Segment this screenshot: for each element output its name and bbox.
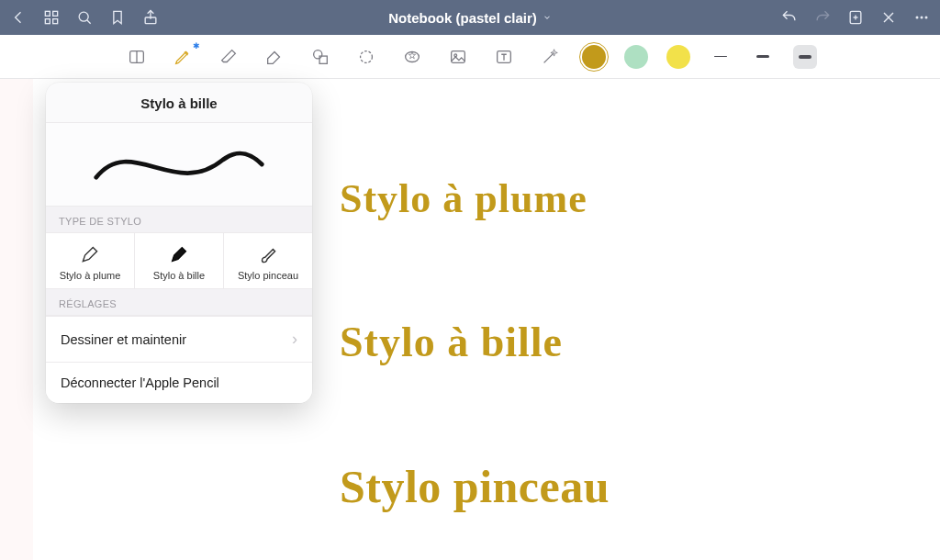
color-swatch-3[interactable] bbox=[666, 45, 690, 69]
canvas[interactable]: Stylo à plume Stylo à bille Stylo pincea… bbox=[0, 79, 940, 560]
pen-tool-icon[interactable]: ✱ bbox=[169, 43, 196, 71]
svg-point-13 bbox=[921, 17, 923, 19]
tools-toolbar: ✱ bbox=[0, 35, 940, 79]
redo-icon[interactable] bbox=[813, 8, 832, 27]
pen-type-fountain[interactable]: Stylo à plume bbox=[46, 233, 135, 288]
svg-point-12 bbox=[916, 17, 919, 19]
readmode-icon[interactable] bbox=[123, 43, 151, 71]
color-swatch-2[interactable] bbox=[624, 45, 648, 69]
search-icon[interactable] bbox=[75, 8, 94, 27]
undo-icon[interactable] bbox=[780, 8, 799, 27]
stroke-medium[interactable] bbox=[751, 45, 775, 69]
shapes-tool-icon[interactable] bbox=[307, 43, 334, 71]
magic-tool-icon[interactable] bbox=[536, 43, 564, 71]
setting-label: Déconnecter l'Apple Pencil bbox=[61, 375, 219, 390]
pen-type-label: Stylo à bille bbox=[135, 270, 223, 281]
svg-point-19 bbox=[361, 50, 373, 62]
stroke-preview bbox=[46, 123, 312, 206]
pen-type-row: Stylo à plume Stylo à bille Stylo pincea… bbox=[46, 233, 312, 288]
svg-point-14 bbox=[925, 17, 928, 19]
pen-type-label: Stylo à plume bbox=[46, 270, 134, 281]
svg-rect-3 bbox=[53, 19, 58, 24]
highlighter-tool-icon[interactable] bbox=[261, 43, 288, 71]
app-header: Notebook (pastel clair) bbox=[0, 0, 940, 35]
svg-line-5 bbox=[87, 20, 91, 24]
close-icon[interactable] bbox=[879, 8, 898, 27]
image-tool-icon[interactable] bbox=[444, 43, 472, 71]
add-page-icon[interactable] bbox=[846, 8, 865, 27]
eraser-tool-icon[interactable] bbox=[215, 43, 242, 71]
document-title: Notebook (pastel clair) bbox=[388, 10, 537, 26]
handwriting-sample-1: Stylo à plume bbox=[340, 175, 588, 222]
svg-rect-1 bbox=[53, 11, 58, 16]
handwriting-sample-2: Stylo à bille bbox=[340, 318, 563, 366]
svg-rect-0 bbox=[45, 11, 50, 16]
chevron-right-icon: › bbox=[292, 330, 297, 349]
stroke-thin[interactable] bbox=[709, 45, 733, 69]
back-icon[interactable] bbox=[9, 8, 28, 27]
setting-disconnect-pencil[interactable]: Déconnecter l'Apple Pencil bbox=[46, 362, 312, 403]
handwriting-sample-3: Stylo pinceau bbox=[340, 460, 610, 513]
svg-point-17 bbox=[314, 50, 322, 58]
page-margin bbox=[0, 79, 33, 560]
bookmark-icon[interactable] bbox=[108, 8, 127, 27]
more-icon[interactable] bbox=[912, 8, 931, 27]
bluetooth-badge-icon: ✱ bbox=[193, 41, 200, 50]
pen-type-brush[interactable]: Stylo pinceau bbox=[224, 233, 312, 288]
svg-rect-2 bbox=[45, 19, 50, 24]
share-icon[interactable] bbox=[141, 8, 160, 27]
lasso-tool-icon[interactable] bbox=[352, 43, 380, 71]
sticker-tool-icon[interactable] bbox=[398, 43, 426, 71]
pen-settings-popover: Stylo à bille TYPE DE STYLO Stylo à plum… bbox=[46, 83, 312, 403]
svg-point-4 bbox=[79, 12, 88, 21]
pen-type-section-label: TYPE DE STYLO bbox=[46, 206, 312, 233]
svg-marker-21 bbox=[408, 51, 415, 58]
text-tool-icon[interactable] bbox=[490, 43, 518, 71]
svg-rect-22 bbox=[452, 50, 465, 62]
pen-type-ball[interactable]: Stylo à bille bbox=[135, 233, 224, 288]
settings-section-label: RÉGLAGES bbox=[46, 288, 312, 316]
grid-icon[interactable] bbox=[42, 8, 61, 27]
stroke-thick[interactable] bbox=[793, 45, 817, 69]
pen-type-label: Stylo pinceau bbox=[224, 270, 312, 281]
setting-draw-hold[interactable]: Dessiner et maintenir › bbox=[46, 316, 312, 362]
color-swatch-1[interactable] bbox=[582, 45, 606, 69]
setting-label: Dessiner et maintenir bbox=[61, 332, 186, 347]
document-title-button[interactable]: Notebook (pastel clair) bbox=[160, 10, 780, 26]
